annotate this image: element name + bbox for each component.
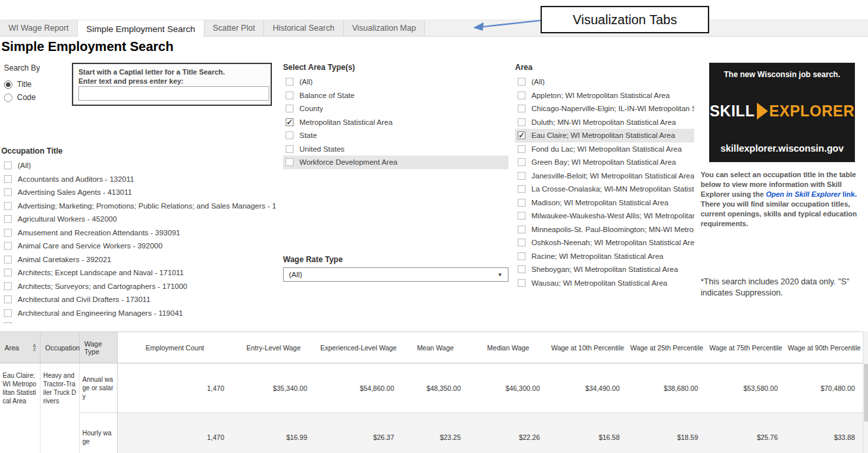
- checkbox[interactable]: [286, 145, 293, 153]
- checkbox[interactable]: [518, 185, 526, 193]
- column-header[interactable]: Wage at 75th Percentile: [706, 332, 786, 363]
- checkbox-row[interactable]: Architectural and Civil Drafters - 17301…: [1, 293, 276, 307]
- column-header[interactable]: AreaAZ: [0, 332, 41, 363]
- checkbox-row[interactable]: Architects; Except Landscape and Naval -…: [1, 266, 276, 280]
- table-row[interactable]: Hourly wage1,470$16.99$26.37$23.25$22.26…: [0, 412, 863, 453]
- checkbox[interactable]: [4, 282, 12, 290]
- checkbox-row[interactable]: Agricultural Workers - 452000: [1, 212, 276, 226]
- sort-icon[interactable]: AZ: [33, 344, 36, 351]
- checkbox[interactable]: [4, 242, 12, 250]
- checkbox[interactable]: [518, 239, 526, 246]
- checkbox-row[interactable]: Duluth; MN-WI Metropolitan Statistical A…: [515, 116, 694, 129]
- checkbox[interactable]: [286, 158, 293, 166]
- checkbox-row[interactable]: Wausau; WI Metropolitan Statistical Area: [515, 277, 694, 290]
- checkbox-row[interactable]: Metropolitan Statistical Area: [283, 116, 509, 129]
- checkbox[interactable]: [518, 92, 526, 99]
- checkbox[interactable]: [518, 172, 526, 180]
- checkbox-row[interactable]: Animal Care and Service Workers - 392000: [1, 239, 276, 253]
- checkbox-row[interactable]: Racine; WI Metropolitan Statistical Area: [515, 250, 694, 263]
- column-header[interactable]: Occupation: [41, 332, 80, 363]
- checkbox[interactable]: [4, 175, 12, 183]
- checkbox[interactable]: [518, 212, 526, 220]
- checkbox-row[interactable]: Madison; WI Metropolitan Statistical Are…: [515, 196, 694, 210]
- column-header[interactable]: Wage at 10th Percentile: [548, 332, 627, 363]
- title-search-input[interactable]: [78, 86, 269, 101]
- checkbox[interactable]: [4, 229, 12, 237]
- checkbox[interactable]: [518, 199, 526, 207]
- checkbox-row[interactable]: Oshkosh-Neenah; WI Metropolitan Statisti…: [515, 236, 694, 250]
- checkbox-row[interactable]: Advertising; Marketing; Promotions; Publ…: [1, 199, 276, 213]
- checkbox-row[interactable]: La Crosse-Onalaska; WI-MN Metropolitan S…: [515, 182, 694, 196]
- checkbox-row[interactable]: Minneapolis-St. Paul-Bloomington; MN-WI …: [515, 223, 694, 237]
- column-header[interactable]: Wage Type: [80, 332, 118, 363]
- checkbox-row[interactable]: Janesville-Beloit; WI Metropolitan Stati…: [515, 169, 694, 183]
- checkbox-row[interactable]: Workforce Development Area: [283, 156, 509, 169]
- checkbox-row[interactable]: Animal Caretakers - 392021: [1, 253, 276, 267]
- checkbox[interactable]: [4, 188, 12, 196]
- checkbox[interactable]: [4, 202, 12, 210]
- checkbox-row[interactable]: Advertising Sales Agents - 413011: [1, 186, 276, 199]
- wage-type-cell[interactable]: Hourly wage: [80, 412, 118, 453]
- checkbox-row[interactable]: (All): [515, 75, 694, 89]
- checkbox[interactable]: [286, 92, 293, 99]
- skill-explorer-banner[interactable]: The new Wisconsin job search. SKILL EXPL…: [709, 63, 855, 162]
- tab[interactable]: Visualization Map: [344, 20, 426, 36]
- column-header[interactable]: Entry-Level Wage: [232, 332, 315, 363]
- open-in-skill-explorer-link[interactable]: Open in Skill Explorer: [766, 190, 841, 198]
- tab[interactable]: Historical Search: [264, 20, 343, 36]
- column-header[interactable]: Employment Count: [118, 332, 232, 363]
- checkbox-row[interactable]: United States: [283, 143, 509, 156]
- checkbox[interactable]: [518, 131, 526, 139]
- checkbox[interactable]: [4, 215, 12, 223]
- radio-button[interactable]: [4, 93, 12, 102]
- wage-rate-type-dropdown[interactable]: (All) ▼: [283, 267, 509, 282]
- checkbox-row[interactable]: Chicago-Naperville-Elgin; IL-IN-WI Metro…: [515, 102, 694, 116]
- checkbox-row[interactable]: Amusement and Recreation Attendants - 39…: [1, 226, 276, 240]
- checkbox[interactable]: [4, 269, 12, 277]
- column-header[interactable]: Experienced-Level Wage: [315, 332, 402, 363]
- tab[interactable]: Scatter Plot: [205, 20, 265, 36]
- checkbox-row[interactable]: Sheboygan; WI Metropolitan Statistical A…: [515, 263, 694, 277]
- checkbox-row[interactable]: Architects; Surveyors; and Cartographers…: [1, 280, 276, 294]
- checkbox-row[interactable]: Architectural and Engineering Managers -…: [1, 307, 276, 320]
- tab[interactable]: WI Wage Report: [0, 20, 78, 36]
- checkbox[interactable]: [4, 295, 12, 303]
- checkbox[interactable]: [4, 161, 12, 169]
- checkbox[interactable]: [518, 279, 526, 287]
- occupation-cell[interactable]: [41, 412, 80, 453]
- tab[interactable]: Simple Employment Search: [78, 20, 205, 38]
- checkbox-row[interactable]: County: [283, 102, 509, 116]
- wage-type-cell[interactable]: Annual wage or salary: [80, 363, 118, 412]
- checkbox[interactable]: [518, 265, 526, 273]
- checkbox[interactable]: [518, 158, 526, 166]
- table-scrollbar-thumb[interactable]: [864, 364, 868, 422]
- column-header[interactable]: Wage at 25th Percentile: [627, 332, 706, 363]
- radio-button[interactable]: [4, 80, 12, 89]
- checkbox[interactable]: [286, 78, 293, 86]
- checkbox[interactable]: [4, 309, 12, 317]
- checkbox-row[interactable]: Fond du Lac; WI Metropolitan Statistical…: [515, 143, 694, 156]
- column-header[interactable]: Mean Wage: [402, 332, 469, 363]
- radio-option[interactable]: Code: [4, 91, 40, 104]
- column-header[interactable]: Wage at 90th Percentile: [786, 332, 863, 363]
- checkbox-row[interactable]: Eau Claire; WI Metropolitan Statistical …: [515, 129, 694, 143]
- checkbox[interactable]: [286, 131, 293, 139]
- checkbox-row[interactable]: (All): [1, 159, 276, 173]
- checkbox[interactable]: [286, 118, 293, 126]
- checkbox[interactable]: [518, 105, 526, 112]
- area-cell[interactable]: [0, 412, 41, 453]
- occupation-cell[interactable]: Heavy and Tractor-Trailer Truck Drivers: [41, 363, 80, 412]
- checkbox-row[interactable]: Appleton; WI Metropolitan Statistical Ar…: [515, 89, 694, 103]
- column-header[interactable]: Median Wage: [469, 332, 548, 363]
- checkbox-row[interactable]: State: [283, 129, 509, 143]
- checkbox[interactable]: [4, 256, 12, 263]
- checkbox[interactable]: [518, 252, 526, 260]
- checkbox-row[interactable]: Accountants and Auditors - 132011: [1, 173, 276, 186]
- area-cell[interactable]: Eau Claire; WI Metropolitan Statistical …: [0, 363, 41, 412]
- checkbox[interactable]: [518, 78, 526, 86]
- checkbox[interactable]: [4, 322, 12, 324]
- checkbox-row[interactable]: Green Bay; WI Metropolitan Statistical A…: [515, 156, 694, 169]
- checkbox-row[interactable]: [1, 320, 276, 324]
- checkbox-row[interactable]: (All): [283, 75, 509, 89]
- checkbox[interactable]: [518, 226, 526, 233]
